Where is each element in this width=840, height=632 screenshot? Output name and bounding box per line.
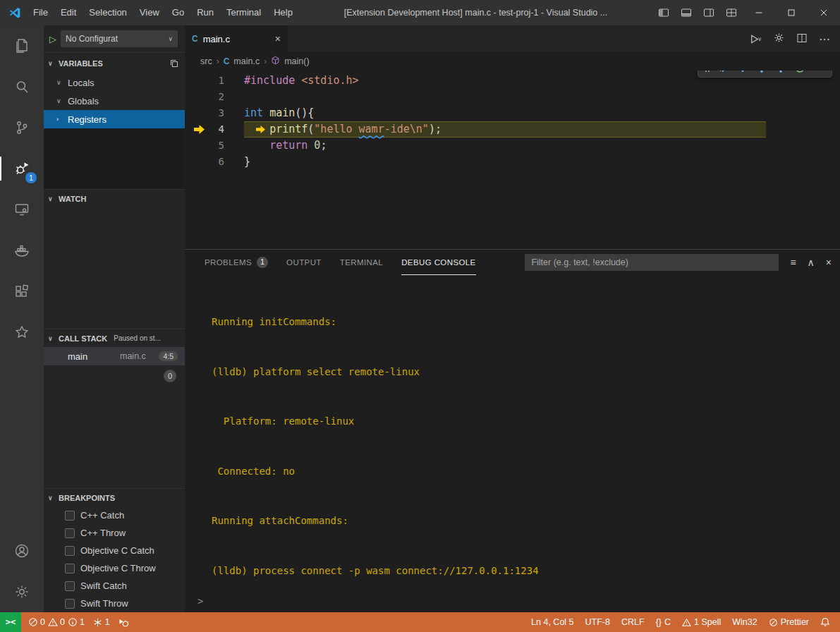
maximize-panel-icon[interactable]: ∧ — [808, 257, 815, 268]
toggle-panel-icon[interactable] — [675, 0, 698, 25]
console-input-prompt[interactable]: > — [197, 595, 203, 607]
remote-indicator[interactable]: >< — [0, 612, 21, 632]
close-panel-icon[interactable]: × — [826, 257, 832, 268]
console-filter-input[interactable] — [525, 254, 779, 271]
breakpoint-swift-throw[interactable]: Swift Throw — [44, 595, 185, 612]
menu-selection[interactable]: Selection — [83, 0, 133, 25]
minimize-button[interactable] — [743, 0, 775, 25]
tab-terminal[interactable]: TERMINAL — [340, 250, 383, 275]
tab-output[interactable]: OUTPUT — [286, 250, 322, 275]
step-over-button[interactable] — [733, 71, 752, 77]
spell-checker-status[interactable]: 1 Spell — [682, 617, 721, 627]
notifications-bell-icon[interactable] — [820, 617, 830, 627]
breakpoint-cpp-catch[interactable]: C++ Catch — [44, 506, 185, 524]
step-out-button[interactable] — [771, 71, 790, 77]
breakpoint-swift-catch[interactable]: Swift Catch — [44, 577, 185, 595]
formatter-status[interactable]: Prettier — [769, 617, 809, 627]
settings-gear-icon[interactable] — [0, 571, 44, 612]
language-mode[interactable]: {} C — [656, 617, 671, 627]
checkbox-unchecked-icon[interactable] — [65, 564, 75, 573]
checkbox-unchecked-icon[interactable] — [65, 581, 75, 591]
copy-icon[interactable] — [169, 59, 179, 68]
stack-frame-row[interactable]: main main.c 4:5 — [44, 347, 185, 365]
breadcrumb-folder[interactable]: src — [200, 56, 212, 66]
breakpoints-header-label: BREAKPOINTS — [59, 494, 115, 502]
code-editor[interactable]: ∨ 1 #include <stdio.h> 2 3 int main(){ — [185, 71, 840, 249]
variables-header-label: VARIABLES — [59, 59, 103, 68]
variables-item-registers[interactable]: › Registers — [44, 110, 185, 128]
restart-button[interactable] — [790, 71, 809, 77]
filter-lines-icon[interactable]: ≡ — [790, 257, 796, 268]
ports-status[interactable]: 1 — [93, 617, 110, 627]
menu-edit[interactable]: Edit — [54, 0, 83, 25]
search-icon[interactable] — [0, 66, 44, 107]
step-into-button[interactable] — [752, 71, 771, 77]
call-stack-section-header[interactable]: ∨ CALL STACK Paused on st... — [44, 329, 185, 347]
line-number: 1 — [185, 73, 224, 89]
customize-layout-icon[interactable] — [720, 0, 743, 25]
launch-config-dropdown[interactable]: No Configurat ∨ — [61, 30, 178, 47]
tab-debug-console[interactable]: DEBUG CONSOLE — [401, 250, 476, 275]
extensions-icon[interactable] — [0, 271, 44, 312]
breadcrumb-file[interactable]: main.c — [233, 56, 260, 66]
chevron-down-icon[interactable]: ∨ — [825, 71, 829, 71]
debug-config-gear-icon[interactable] — [773, 32, 785, 46]
token-directive: #include — [244, 74, 295, 87]
editor-gutter[interactable]: 4 — [185, 121, 244, 138]
star-icon[interactable] — [0, 312, 44, 353]
run-and-debug-icon[interactable]: 1 — [0, 148, 44, 189]
cursor-position[interactable]: Ln 4, Col 5 — [531, 617, 573, 627]
breakpoints-section-header[interactable]: ∨ BREAKPOINTS — [44, 488, 185, 506]
toggle-sidebar-icon[interactable] — [652, 0, 675, 25]
eol-status[interactable]: CRLF — [621, 617, 645, 627]
breakpoint-objc-throw[interactable]: Objective C Throw — [44, 559, 185, 577]
close-window-button[interactable] — [808, 0, 840, 25]
disconnect-button[interactable] — [809, 71, 828, 77]
debug-console-output[interactable]: Running initCommands: (lldb) platform se… — [185, 275, 840, 612]
breadcrumb-symbol[interactable]: main() — [284, 56, 309, 66]
sidebar-item-explorer[interactable] — [0, 25, 44, 66]
editor-gutter[interactable]: 1 — [185, 73, 244, 89]
docker-icon[interactable] — [0, 230, 44, 271]
editor-gutter[interactable]: 6 — [185, 154, 244, 170]
menu-file[interactable]: File — [27, 0, 54, 25]
maximize-button[interactable] — [775, 0, 808, 25]
variables-section-header[interactable]: ∨ VARIABLES — [44, 52, 185, 73]
encoding-status[interactable]: UTF-8 — [585, 617, 610, 627]
problems-status[interactable]: 0 0 1 — [28, 617, 85, 627]
breakpoint-objc-catch[interactable]: Objective C Catch — [44, 542, 185, 559]
editor-gutter[interactable]: 2 — [185, 89, 244, 105]
variables-item-locals[interactable]: ∨ Locals — [44, 73, 185, 92]
split-editor-icon[interactable] — [796, 32, 808, 46]
platform-status[interactable]: Win32 — [732, 617, 757, 627]
debug-status-icon[interactable] — [118, 617, 129, 628]
toolbar-drag-handle[interactable] — [701, 71, 714, 74]
tab-problems[interactable]: PROBLEMS 1 — [205, 250, 268, 275]
menu-run[interactable]: Run — [190, 0, 220, 25]
toggle-secondary-sidebar-icon[interactable] — [698, 0, 720, 25]
tab-main-c[interactable]: C main.c × — [185, 25, 288, 52]
continue-button[interactable] — [714, 71, 733, 77]
checkbox-unchecked-icon[interactable] — [65, 599, 75, 609]
menu-terminal[interactable]: Terminal — [220, 0, 267, 25]
checkbox-unchecked-icon[interactable] — [65, 546, 75, 556]
start-debug-icon[interactable]: ▷ — [49, 34, 56, 44]
menu-go[interactable]: Go — [166, 0, 190, 25]
source-control-icon[interactable] — [0, 107, 44, 148]
editor-gutter[interactable]: 5 — [185, 138, 244, 154]
run-file-button[interactable]: ∨ — [748, 33, 762, 45]
remote-explorer-icon[interactable] — [0, 189, 44, 230]
close-tab-icon[interactable]: × — [275, 33, 281, 44]
checkbox-unchecked-icon[interactable] — [65, 511, 75, 521]
menu-help[interactable]: Help — [267, 0, 299, 25]
variables-item-globals[interactable]: ∨ Globals — [44, 92, 185, 110]
breakpoint-cpp-throw[interactable]: C++ Throw — [44, 524, 185, 542]
checkbox-unchecked-icon[interactable] — [65, 528, 75, 538]
editor-gutter[interactable]: 3 — [185, 105, 244, 121]
account-icon[interactable] — [0, 530, 44, 571]
more-actions-icon[interactable]: ⋯ — [819, 32, 830, 46]
sidebar-spacer — [44, 387, 185, 488]
chevron-down-icon: ∨ — [48, 494, 55, 502]
menu-view[interactable]: View — [133, 0, 166, 25]
watch-section-header[interactable]: ∨ WATCH — [44, 189, 185, 207]
